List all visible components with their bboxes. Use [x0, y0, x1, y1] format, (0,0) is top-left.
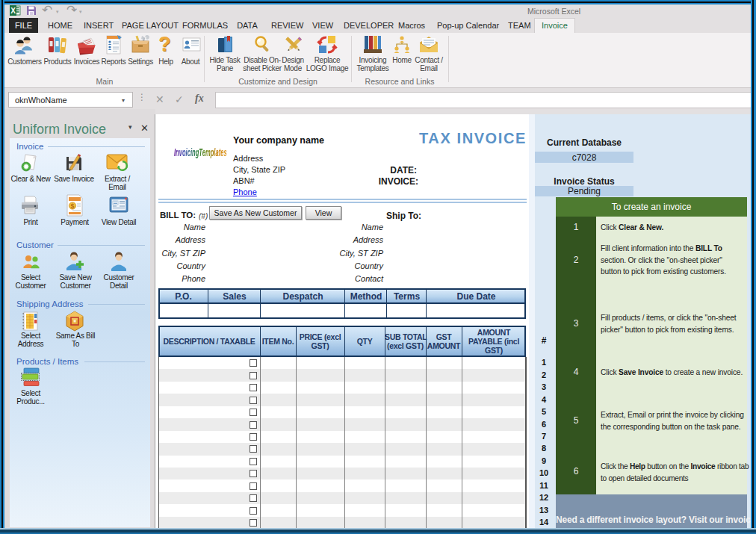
svg-text:$: $: [70, 202, 74, 210]
svg-text:X: X: [10, 7, 16, 15]
